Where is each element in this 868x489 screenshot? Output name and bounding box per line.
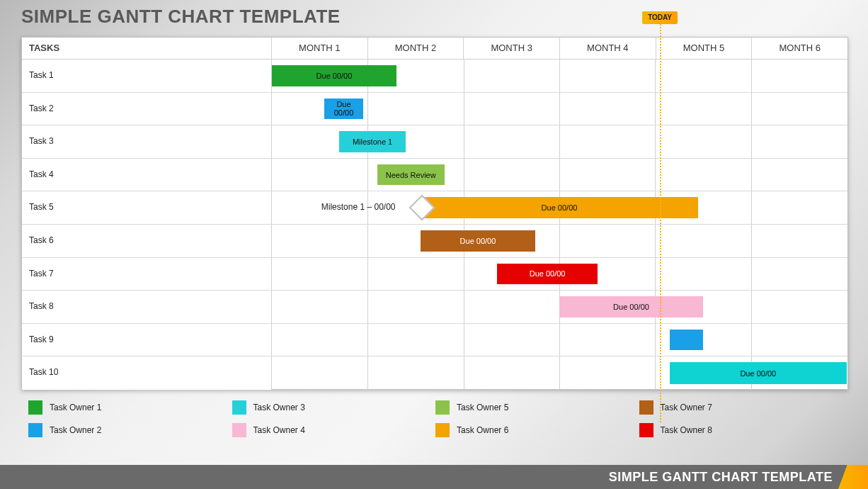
legend-label: Task Owner 4 xyxy=(253,425,305,435)
gantt-row: Task 8Due 00/00 xyxy=(22,291,847,324)
gridline xyxy=(655,125,656,158)
today-flag: TODAY xyxy=(642,11,678,24)
bars-cell: Due 00/00 xyxy=(272,291,847,323)
gridline xyxy=(367,93,368,125)
month-header: MONTH 3 xyxy=(464,38,560,59)
gantt-bar[interactable] xyxy=(670,330,703,351)
gantt-body: Task 1Due 00/00Task 2Due 00/00Task 3Mile… xyxy=(22,60,847,390)
gantt-bar[interactable]: Due 00/00 xyxy=(559,296,703,317)
footer-title: SIMPLE GANTT CHART TEMPLATE xyxy=(609,465,833,489)
gridline xyxy=(751,159,752,191)
legend-swatch xyxy=(232,400,246,415)
legend-item: Task Owner 3 xyxy=(232,400,436,415)
gantt-bar[interactable]: Due 00/00 xyxy=(324,99,362,120)
bars-cell: Needs Review xyxy=(272,159,847,191)
bars-cell: Due 00/00 xyxy=(272,225,847,257)
month-header: MONTH 2 xyxy=(368,38,464,59)
gridline xyxy=(464,93,464,125)
task-name-cell: Task 9 xyxy=(22,324,272,356)
gridline xyxy=(751,125,752,158)
task-name-cell: Task 6 xyxy=(22,225,272,257)
gridline xyxy=(655,324,656,356)
legend-label: Task Owner 1 xyxy=(50,403,101,412)
legend-swatch xyxy=(639,400,653,415)
bars-cell: Due 00/00 xyxy=(272,93,847,125)
task-name-cell: Task 10 xyxy=(22,356,272,390)
bars-cell: Due 00/00Milestone 1 – 00/00 xyxy=(272,191,847,224)
gantt-bar[interactable]: Needs Review xyxy=(377,164,445,186)
legend-label: Task Owner 8 xyxy=(661,425,712,435)
month-header: MONTH 4 xyxy=(560,38,656,59)
gridline xyxy=(751,258,752,291)
bars-cell xyxy=(272,324,847,356)
legend-item: Task Owner 6 xyxy=(435,423,639,437)
gridline xyxy=(655,356,656,390)
months-header: MONTH 1MONTH 2MONTH 3MONTH 4MONTH 5MONTH… xyxy=(272,38,847,59)
task-name-cell: Task 4 xyxy=(22,159,272,191)
gridline xyxy=(751,291,752,323)
gridline xyxy=(464,324,464,356)
gantt-bar[interactable]: Due 00/00 xyxy=(272,65,396,86)
legend-item: Task Owner 4 xyxy=(232,423,436,437)
gridline xyxy=(367,356,368,390)
gridline xyxy=(751,93,752,125)
legend-swatch xyxy=(232,423,246,437)
gridline xyxy=(367,324,368,356)
month-header: MONTH 6 xyxy=(752,38,847,59)
gantt-panel: TASKS MONTH 1MONTH 2MONTH 3MONTH 4MONTH … xyxy=(21,37,848,390)
gridline xyxy=(464,258,464,291)
legend-swatch xyxy=(435,400,450,415)
legend-label: Task Owner 6 xyxy=(457,425,508,435)
gridline xyxy=(655,225,656,257)
gridline xyxy=(559,356,560,390)
legend-swatch xyxy=(28,400,42,415)
gantt-row: Task 9 xyxy=(22,324,847,357)
gantt-row: Task 6Due 00/00 xyxy=(22,225,847,258)
gridline xyxy=(559,159,560,191)
tasks-column-header: TASKS xyxy=(22,38,272,59)
gridline xyxy=(751,60,752,92)
legend-label: Task Owner 3 xyxy=(253,403,305,412)
legend: Task Owner 1Task Owner 3Task Owner 5Task… xyxy=(28,400,843,437)
gridline xyxy=(464,159,464,191)
gantt-row: Task 2Due 00/00 xyxy=(22,93,847,126)
gridline xyxy=(464,291,464,323)
gridline xyxy=(367,225,368,257)
gridline xyxy=(367,291,368,323)
gridline xyxy=(559,225,560,257)
task-name-cell: Task 7 xyxy=(22,258,272,291)
legend-label: Task Owner 2 xyxy=(50,425,101,435)
task-name-cell: Task 5 xyxy=(22,191,272,224)
gantt-row: Task 5Due 00/00Milestone 1 – 00/00 xyxy=(22,191,847,225)
gantt-row: Task 10Due 00/00 xyxy=(22,356,847,390)
gantt-bar[interactable]: Due 00/00 xyxy=(421,230,535,252)
gridline xyxy=(559,93,560,125)
gridline xyxy=(655,60,656,92)
task-name-cell: Task 3 xyxy=(22,125,272,158)
gridline xyxy=(367,258,368,291)
gantt-bar[interactable]: Due 00/00 xyxy=(497,264,598,285)
gridline xyxy=(751,225,752,257)
legend-item: Task Owner 7 xyxy=(639,400,843,415)
legend-label: Task Owner 5 xyxy=(457,403,508,412)
gridline xyxy=(464,60,464,92)
today-line xyxy=(660,24,661,422)
legend-swatch xyxy=(435,423,450,437)
gridline xyxy=(559,125,560,158)
gridline xyxy=(464,125,464,158)
bars-cell: Due 00/00 xyxy=(272,258,847,291)
gantt-bar[interactable]: Due 00/00 xyxy=(670,362,847,384)
footer-accent xyxy=(838,465,868,489)
gantt-bar[interactable]: Milestone 1 xyxy=(339,131,406,152)
gridline xyxy=(655,159,656,191)
month-header: MONTH 1 xyxy=(272,38,368,59)
gantt-bar[interactable]: Due 00/00 xyxy=(421,197,698,218)
gantt-row: Task 3Milestone 1 xyxy=(22,125,847,159)
legend-item: Task Owner 2 xyxy=(28,423,232,437)
legend-label: Task Owner 7 xyxy=(661,403,712,412)
milestone-label: Milestone 1 – 00/00 xyxy=(321,202,396,212)
legend-item: Task Owner 5 xyxy=(435,400,639,415)
task-name-cell: Task 1 xyxy=(22,60,272,92)
gridline xyxy=(367,159,368,191)
gridline xyxy=(464,356,464,390)
